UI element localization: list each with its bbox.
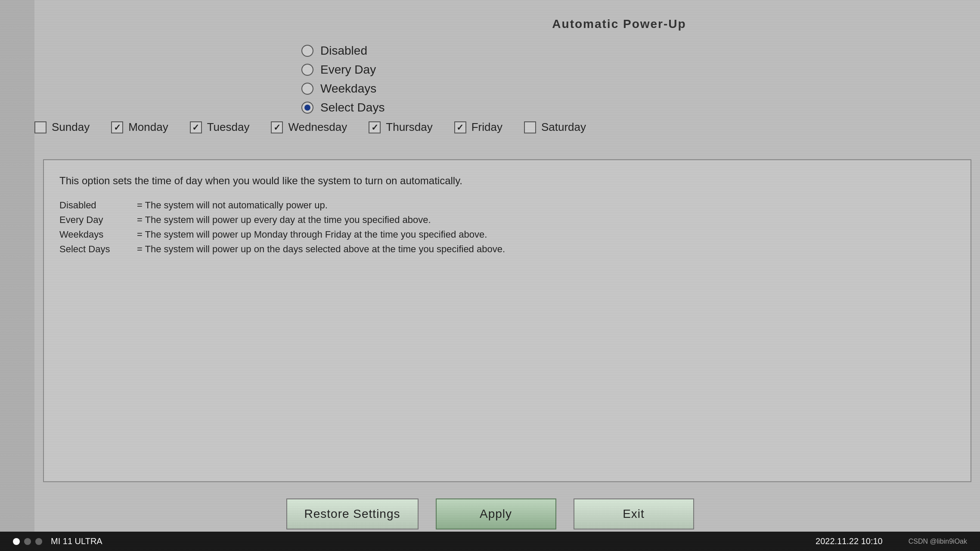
checkbox-box-thursday: [369, 121, 381, 133]
schedule-radio-group: Disabled Every Day Weekdays Select Days: [301, 44, 971, 115]
watermark: CSDN @libin9iOak: [909, 538, 967, 545]
info-term-disabled: Disabled: [59, 199, 128, 212]
dots-indicator: [13, 538, 42, 545]
info-box: This option sets the time of day when yo…: [43, 159, 971, 482]
restore-settings-button[interactable]: Restore Settings: [286, 498, 419, 529]
info-desc-weekdays: = The system will power up Monday throug…: [137, 228, 955, 241]
checkbox-label-wednesday: Wednesday: [288, 121, 347, 134]
status-bar: MI 11 ULTRA 2022.11.22 10:10 CSDN @libin…: [0, 532, 980, 551]
radio-circle-every-day: [301, 64, 313, 76]
info-title: This option sets the time of day when yo…: [59, 173, 955, 189]
status-left: MI 11 ULTRA: [13, 536, 102, 546]
exit-button[interactable]: Exit: [574, 498, 694, 529]
checkbox-box-tuesday: [190, 121, 202, 133]
radio-every-day[interactable]: Every Day: [301, 63, 971, 77]
checkbox-wednesday[interactable]: Wednesday: [271, 121, 347, 134]
device-name: MI 11 ULTRA: [51, 536, 102, 546]
radio-circle-weekdays: [301, 83, 313, 95]
checkbox-box-wednesday: [271, 121, 283, 133]
status-right: 2022.11.22 10:10 CSDN @libin9iOak: [816, 536, 967, 546]
checkbox-box-friday: [454, 121, 466, 133]
radio-label-disabled: Disabled: [320, 44, 367, 58]
button-row: Restore Settings Apply Exit: [0, 498, 980, 529]
dot-3: [35, 538, 42, 545]
radio-label-select-days: Select Days: [320, 101, 385, 115]
info-term-weekdays: Weekdays: [59, 228, 128, 241]
info-desc-every-day: = The system will power up every day at …: [137, 214, 955, 226]
datetime: 2022.11.22 10:10: [816, 536, 883, 546]
checkbox-label-saturday: Saturday: [541, 121, 586, 134]
radio-select-days[interactable]: Select Days: [301, 101, 971, 115]
checkbox-monday[interactable]: Monday: [111, 121, 168, 134]
checkbox-label-sunday: Sunday: [52, 121, 90, 134]
checkbox-sunday[interactable]: Sunday: [34, 121, 90, 134]
left-sidebar: [0, 0, 34, 532]
radio-disabled[interactable]: Disabled: [301, 44, 971, 58]
days-checkbox-row: Sunday Monday Tuesday Wednesday Thursday…: [34, 121, 980, 134]
info-term-select-days: Select Days: [59, 243, 128, 256]
info-table: Disabled = The system will not automatic…: [59, 199, 955, 256]
page-title: Automatic Power-Up: [267, 17, 971, 31]
checkbox-friday[interactable]: Friday: [454, 121, 502, 134]
checkbox-saturday[interactable]: Saturday: [524, 121, 586, 134]
checkbox-box-monday: [111, 121, 123, 133]
info-desc-select-days: = The system will power up on the days s…: [137, 243, 955, 256]
info-desc-disabled: = The system will not automatically powe…: [137, 199, 955, 212]
dot-1: [13, 538, 20, 545]
checkbox-label-tuesday: Tuesday: [207, 121, 250, 134]
checkbox-label-monday: Monday: [128, 121, 168, 134]
radio-label-every-day: Every Day: [320, 63, 376, 77]
checkbox-box-sunday: [34, 121, 47, 133]
checkbox-box-saturday: [524, 121, 536, 133]
radio-weekdays[interactable]: Weekdays: [301, 82, 971, 96]
apply-button[interactable]: Apply: [436, 498, 556, 529]
radio-circle-disabled: [301, 45, 313, 57]
top-section: Automatic Power-Up Disabled Every Day We…: [258, 9, 980, 123]
checkbox-thursday[interactable]: Thursday: [369, 121, 432, 134]
checkbox-tuesday[interactable]: Tuesday: [190, 121, 250, 134]
radio-circle-select-days: [301, 102, 313, 114]
checkbox-label-friday: Friday: [471, 121, 502, 134]
radio-label-weekdays: Weekdays: [320, 82, 376, 96]
info-term-every-day: Every Day: [59, 214, 128, 226]
dot-2: [24, 538, 31, 545]
checkbox-label-thursday: Thursday: [386, 121, 432, 134]
main-container: Automatic Power-Up Disabled Every Day We…: [0, 0, 980, 551]
